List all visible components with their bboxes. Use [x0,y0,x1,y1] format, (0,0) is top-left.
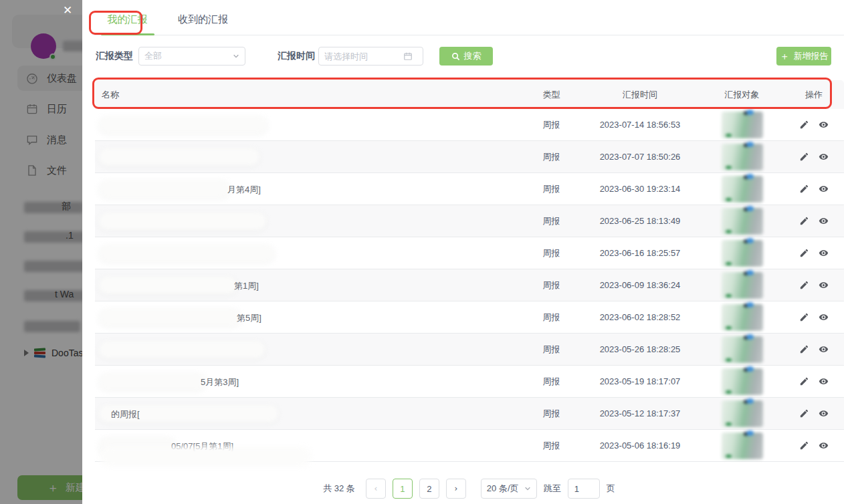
edit-icon[interactable] [799,440,809,451]
table-row[interactable]: 第1周]周报2023-06-09 18:36:24 [95,269,844,301]
table-row[interactable]: 的周报[周报2023-05-12 18:17:37 [95,398,844,430]
report-time-cell: 2023-07-14 18:56:53 [580,120,700,130]
report-type-label: 汇报类型 [96,50,133,62]
table-row[interactable]: 周报2023-05-26 18:28:25 [95,334,844,366]
close-icon[interactable]: ✕ [61,4,74,17]
prev-page-button[interactable]: ‹ [366,479,386,499]
table-row[interactable]: 第5周]周报2023-06-02 18:28:52 [95,301,844,334]
view-icon[interactable] [819,216,829,226]
report-time-cell: 2023-06-02 18:28:52 [580,312,700,322]
report-name-cell [95,141,523,172]
table-body: 周报2023-07-14 18:56:53周报2023-07-07 18:50:… [95,109,844,462]
edit-icon[interactable] [799,408,809,418]
report-target-cell [700,144,784,170]
chevron-down-icon [233,53,239,59]
report-type-cell: 周报 [523,408,580,420]
report-ops-cell [784,216,844,226]
edit-icon[interactable] [799,216,809,226]
jump-page-input[interactable] [568,479,600,499]
report-time-cell: 2023-07-07 18:50:26 [580,152,700,162]
view-icon[interactable] [819,184,829,194]
redacted-name [99,180,230,198]
redacted-name [99,309,241,326]
edit-icon[interactable] [799,376,809,386]
col-type: 类型 [523,89,580,101]
view-icon[interactable] [819,344,829,354]
report-target-cell [700,112,784,138]
table-row[interactable]: 周报2023-07-14 18:56:53 [95,109,844,141]
report-type-cell: 周报 [523,215,580,227]
report-time-input[interactable] [319,47,398,65]
redacted-name [99,116,268,134]
edit-icon[interactable] [799,184,809,194]
modal-backdrop[interactable] [0,0,82,504]
report-ops-cell [784,248,844,258]
view-icon[interactable] [819,280,829,290]
reports-modal: 我的汇报 收到的汇报 汇报类型 全部 汇报时间 搜索 [82,0,856,504]
view-icon[interactable] [819,376,829,386]
report-target-cell [700,304,784,331]
edit-icon[interactable] [799,344,809,354]
report-time-cell: 2023-05-19 18:17:07 [580,376,700,386]
view-icon[interactable] [819,440,829,451]
page-button-2[interactable]: 2 [419,479,439,499]
view-icon[interactable] [819,248,829,258]
table-row[interactable]: 周报2023-07-07 18:50:26 [95,141,844,173]
report-type-select[interactable]: 全部 [138,47,245,66]
edit-icon[interactable] [799,152,809,162]
redacted-name [99,277,237,294]
report-target-cell [700,272,784,299]
redacted-name [99,148,259,166]
add-report-button[interactable]: ＋ 新增报告 [776,47,831,66]
avatar-group-redacted [722,304,763,331]
report-ops-cell [784,408,844,418]
redacted-name [99,245,274,262]
report-type-cell: 周报 [523,376,580,388]
plus-icon: ＋ [780,50,790,63]
next-page-button[interactable]: › [446,479,466,499]
redacted-name [99,373,206,390]
page-button-1[interactable]: 1 [393,479,413,499]
name-fragment: 第5周] [237,312,261,324]
report-time-cell: 2023-05-26 18:28:25 [580,344,700,354]
jump-label: 跳至 [544,483,561,495]
view-icon[interactable] [819,120,829,130]
table-row[interactable]: 周报2023-06-25 18:13:49 [95,205,844,237]
search-label: 搜索 [464,50,481,62]
report-time-picker[interactable] [318,47,423,66]
redacted-name [99,341,265,358]
edit-icon[interactable] [799,312,809,322]
report-name-cell: 第5周] [95,301,523,333]
avatar-group-redacted [722,240,763,267]
view-icon[interactable] [819,312,829,322]
edit-icon[interactable] [799,120,809,130]
report-ops-cell [784,152,844,162]
jump-suffix: 页 [607,483,615,495]
avatar-group-redacted [722,208,763,235]
table-row[interactable]: 5月第3周]周报2023-05-19 18:17:07 [95,366,844,398]
table-row[interactable]: 周报2023-06-16 18:25:57 [95,237,844,269]
report-time-cell: 2023-06-30 19:23:14 [580,184,700,194]
name-fragment: 月第4周] [227,184,261,196]
avatar-group-redacted [722,176,763,203]
calendar-icon [403,51,413,61]
report-time-cell: 2023-06-09 18:36:24 [580,280,700,290]
edit-icon[interactable] [799,280,809,290]
tab-my-reports[interactable]: 我的汇报 [102,13,153,26]
search-button[interactable]: 搜索 [439,47,493,66]
avatar-group-redacted [722,432,763,459]
report-type-value: 全部 [144,50,162,62]
report-target-cell [700,336,784,363]
report-name-cell: 第1周] [95,269,523,301]
report-name-cell: 5月第3周] [95,366,523,397]
view-icon[interactable] [819,152,829,162]
table-row[interactable]: 月第4周]周报2023-06-30 19:23:14 [95,173,844,205]
edit-icon[interactable] [799,248,809,258]
view-icon[interactable] [819,408,829,418]
tabs-bar: 我的汇报 收到的汇报 [94,0,844,35]
report-target-cell [700,176,784,203]
page-size-select[interactable]: 20 条/页 [481,479,537,499]
tab-received-reports[interactable]: 收到的汇报 [178,13,228,26]
filter-row: 汇报类型 全部 汇报时间 搜索 ＋ 新增报告 [96,47,844,66]
report-type-cell: 周报 [523,151,580,163]
